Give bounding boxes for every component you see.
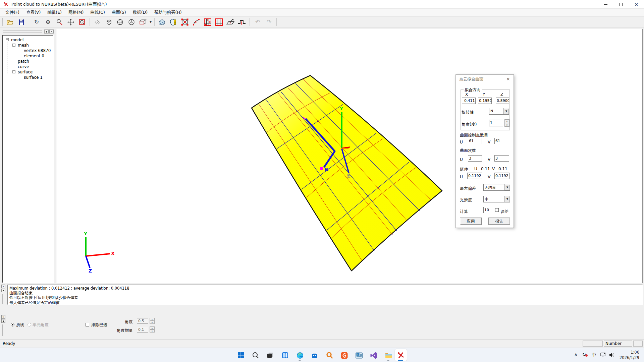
- collapse-icon[interactable]: [6, 38, 9, 41]
- pan-button[interactable]: [65, 18, 76, 26]
- panel-drag-grip[interactable]: [3, 31, 42, 33]
- tree-label[interactable]: vertex 68870: [24, 48, 51, 53]
- file-explorer-button[interactable]: [382, 350, 395, 361]
- flatten-plane-button[interactable]: [225, 18, 236, 26]
- dialog-close-button[interactable]: ×: [505, 76, 511, 81]
- tray-ime-button[interactable]: 中: [592, 352, 596, 358]
- rotate-view-button[interactable]: ↻: [31, 18, 42, 26]
- control-points-u-input[interactable]: 61: [468, 138, 482, 144]
- tray-volume-button[interactable]: [609, 353, 615, 358]
- tree-row-patch[interactable]: patch: [2, 59, 53, 64]
- output-restore-button[interactable]: ▪: [1, 289, 5, 292]
- tray-chevron-button[interactable]: ∧: [574, 352, 578, 357]
- options-restore-button[interactable]: ▪: [1, 319, 5, 323]
- dialog-title-bar[interactable]: 点云拟合曲面 ×: [456, 75, 514, 83]
- collapse-icon[interactable]: [12, 44, 15, 47]
- tree-label[interactable]: patch: [18, 59, 29, 64]
- panel-close-button[interactable]: ×: [49, 29, 54, 34]
- viewport-3d[interactable]: N Y Z Y X Z: [56, 29, 643, 283]
- save-button[interactable]: [16, 18, 27, 26]
- menu-help[interactable]: 帮助与购买(H): [151, 9, 185, 16]
- tray-sync-button[interactable]: ↻: [582, 352, 586, 357]
- open-button[interactable]: [4, 18, 16, 26]
- output-drag-grip[interactable]: [2, 294, 4, 304]
- spin-down-icon[interactable]: ▼: [504, 123, 509, 127]
- patch-corners-button[interactable]: [179, 18, 191, 26]
- start-button[interactable]: [234, 350, 247, 361]
- toolbar-grip[interactable]: [249, 18, 251, 26]
- angle-input[interactable]: 0.5: [137, 318, 148, 324]
- sphere-segments-button[interactable]: [126, 18, 137, 26]
- sphere-view-button[interactable]: [114, 18, 126, 26]
- menu-curve[interactable]: 曲线(C): [87, 9, 108, 16]
- zoom-center-button[interactable]: ⊕: [42, 18, 54, 26]
- dropdown-icon[interactable]: ▼: [504, 184, 510, 190]
- mesh-from-cloud-button[interactable]: [156, 18, 168, 26]
- perspective-box-button[interactable]: [137, 18, 149, 26]
- search-button[interactable]: [249, 350, 262, 361]
- error-checkbox[interactable]: [495, 208, 499, 212]
- surface-shell-button[interactable]: [168, 18, 179, 26]
- tree-row-curve[interactable]: curve: [2, 64, 53, 69]
- apply-button[interactable]: 应用: [460, 218, 482, 225]
- menu-surface[interactable]: 曲面(S): [108, 9, 129, 16]
- tray-network-button[interactable]: [600, 353, 606, 358]
- output-text-area[interactable]: Maximum deviation : 0.012412 ; average d…: [7, 285, 643, 305]
- menu-file[interactable]: 文件(F): [2, 9, 23, 16]
- tree-label[interactable]: mesh: [18, 43, 29, 48]
- panel-restore-button[interactable]: ▪: [44, 29, 49, 34]
- task-view-button[interactable]: [264, 350, 277, 361]
- fit-surface-dialog[interactable]: 点云拟合曲面 × 拟合方向 X Y Z -0.4119 0.1950 0.890…: [455, 74, 514, 228]
- grid-surface-button[interactable]: [213, 18, 225, 26]
- direction-z-input[interactable]: 0.8900: [496, 98, 509, 104]
- collapse-icon[interactable]: [12, 70, 15, 73]
- spin-down-icon[interactable]: ▼: [150, 329, 155, 333]
- extension-v-input[interactable]: 0.1192: [494, 173, 509, 179]
- output-pane-splitter[interactable]: [165, 285, 165, 305]
- close-button[interactable]: ×: [629, 0, 644, 9]
- tray-clock[interactable]: 1:06 2026/1/29: [620, 350, 639, 360]
- resurf-app-button[interactable]: [394, 350, 407, 361]
- compute-input[interactable]: 10: [483, 207, 492, 213]
- spin-up-icon[interactable]: ▲: [150, 326, 155, 329]
- tree-label[interactable]: element 0: [24, 54, 44, 58]
- store-button[interactable]: [308, 350, 321, 361]
- toolbar-grip[interactable]: [1, 18, 3, 26]
- tree-label[interactable]: surface 1: [24, 75, 43, 80]
- tree-row-surface[interactable]: surface: [2, 69, 53, 75]
- g-app-button[interactable]: [338, 350, 351, 361]
- angle-deg-spinner[interactable]: ▲ ▼: [504, 119, 509, 127]
- view-dropdown-button[interactable]: ▼: [149, 18, 153, 26]
- visual-studio-button[interactable]: [367, 350, 380, 361]
- direction-y-input[interactable]: 0.1950: [478, 98, 492, 104]
- smoothness-select[interactable]: 中 ▼: [483, 196, 510, 202]
- max-deviation-select[interactable]: 无约束 ▼: [483, 184, 510, 191]
- direction-x-input[interactable]: -0.4119: [462, 98, 476, 104]
- zoom-window-button[interactable]: [76, 18, 88, 26]
- step-edge-button[interactable]: [236, 18, 248, 26]
- spin-up-icon[interactable]: ▲: [504, 119, 509, 123]
- angle-increment-spinner[interactable]: ▲ ▼: [150, 326, 155, 333]
- polyline-radio[interactable]: [11, 323, 14, 326]
- redo-button[interactable]: ↷: [263, 18, 275, 26]
- search-app-button[interactable]: [323, 350, 336, 361]
- tree-row-surface-1[interactable]: surface 1: [2, 75, 53, 80]
- angle-increment-input[interactable]: 0.1: [137, 327, 148, 333]
- rotation-axis-select[interactable]: N ▼: [489, 108, 509, 115]
- menu-edit[interactable]: 编辑(E): [44, 9, 65, 16]
- minimize-button[interactable]: [598, 0, 613, 9]
- tree-row-vertex[interactable]: vertex 68870: [2, 48, 53, 53]
- image-app-button[interactable]: [353, 350, 365, 361]
- tree-label[interactable]: curve: [18, 64, 29, 69]
- exclude-selected-checkbox[interactable]: [86, 323, 89, 326]
- zoom-select-button[interactable]: [54, 18, 65, 26]
- degree-u-input[interactable]: 3: [468, 155, 482, 162]
- tree-row-model[interactable]: model: [2, 37, 53, 43]
- angle-spinner[interactable]: ▲ ▼: [150, 318, 155, 324]
- extension-u-input[interactable]: 0.1192: [467, 173, 482, 179]
- tree-row-mesh[interactable]: mesh: [2, 43, 53, 48]
- undo-button[interactable]: ↶: [252, 18, 263, 26]
- fit-curve-button[interactable]: [191, 18, 202, 26]
- menu-data[interactable]: 数据(D): [129, 9, 151, 16]
- menu-mesh[interactable]: 网格(M): [65, 9, 87, 16]
